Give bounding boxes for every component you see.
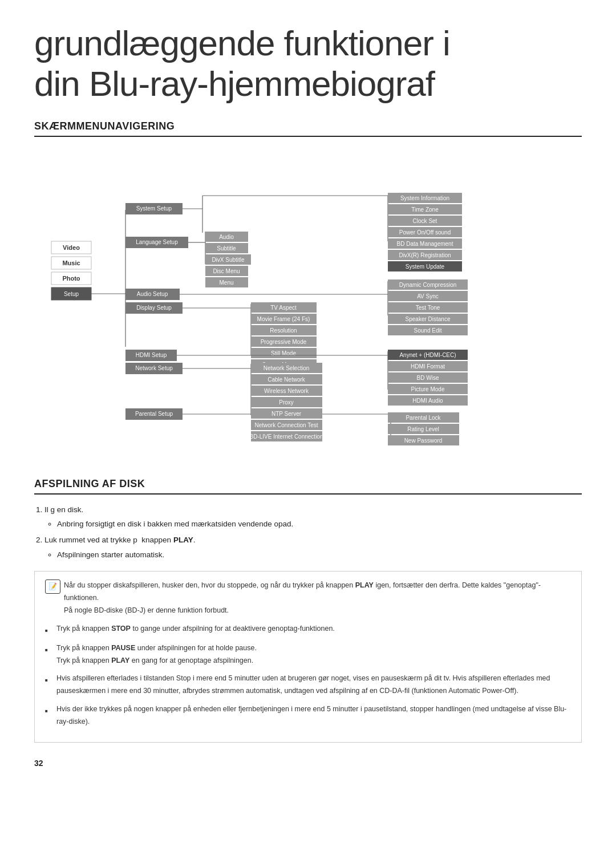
note-bullet-4 — [45, 674, 53, 686]
svg-text:Proxy: Proxy — [279, 399, 294, 406]
section-heading-menu: Skærmmenunavigering — [34, 120, 582, 137]
svg-text:Anynet + (HDMI-CEC): Anynet + (HDMI-CEC) — [399, 352, 456, 358]
step-2-bullet: Afspilningen starter automatisk. — [57, 548, 582, 562]
svg-text:System Update: System Update — [406, 264, 445, 270]
note-text-4: Hvis afspilleren efterlades i tilstanden… — [56, 672, 571, 698]
page-title: grundlæggende funktioner i din Blu-ray-h… — [34, 23, 582, 104]
note-bullet-5 — [45, 704, 53, 717]
svg-text:Display Setup: Display Setup — [136, 305, 172, 311]
note-text-5: Hvis der ikke trykkes på nogen knapper p… — [56, 703, 571, 728]
svg-text:Network Connection Test: Network Connection Test — [255, 422, 318, 428]
svg-text:Disc Menu: Disc Menu — [213, 268, 240, 274]
section-heading-disk: Afspilning af disk — [34, 478, 582, 495]
note-row-2: Tryk på knappen STOP to gange under afsp… — [45, 623, 571, 637]
note-bullet-2 — [45, 624, 53, 637]
svg-text:TV Aspect: TV Aspect — [270, 305, 297, 311]
svg-text:Parental Setup: Parental Setup — [135, 411, 173, 417]
svg-text:Wireless Network: Wireless Network — [264, 388, 309, 394]
svg-text:Network Setup: Network Setup — [135, 365, 173, 371]
svg-text:Parental Lock: Parental Lock — [406, 415, 441, 421]
svg-text:New Password: New Password — [404, 437, 443, 444]
step-1-bullet: Anbring forsigtigt en disk i bakken med … — [57, 517, 582, 532]
svg-text:Setup: Setup — [64, 291, 79, 297]
note-text-1: Når du stopper diskafspilleren, husker d… — [64, 579, 571, 617]
svg-text:Cable Network: Cable Network — [268, 376, 306, 383]
diagram-svg: Video Music Photo Setup System Setup Lan… — [34, 153, 582, 449]
svg-text:Video: Video — [63, 244, 80, 251]
svg-text:Dynamic Compression: Dynamic Compression — [399, 282, 457, 288]
note-text-2: Tryk på knappen STOP to gange under afsp… — [56, 623, 571, 635]
svg-text:Photo: Photo — [62, 275, 80, 282]
step-1: Il g en disk. Anbring forsigtigt en disk… — [44, 502, 582, 532]
svg-text:AV Sync: AV Sync — [417, 293, 439, 299]
section-menu-nav: Skærmmenunavigering Video Music Photo Se… — [34, 120, 582, 457]
svg-text:HDMI Format: HDMI Format — [411, 363, 445, 370]
note-row-4: Hvis afspilleren efterlades i tilstanden… — [45, 672, 571, 698]
svg-text:Audio: Audio — [219, 234, 234, 240]
note-bullet-3 — [45, 643, 53, 656]
svg-text:DivX(R) Registration: DivX(R) Registration — [399, 252, 451, 258]
svg-text:System Setup: System Setup — [136, 205, 172, 212]
svg-text:Movie Frame (24 Fs): Movie Frame (24 Fs) — [257, 316, 310, 322]
note-icon: 📝 — [45, 579, 60, 594]
svg-text:HDMI Audio: HDMI Audio — [412, 398, 443, 404]
disk-steps: Il g en disk. Anbring forsigtigt en disk… — [34, 502, 582, 562]
svg-text:DivX Subtitle: DivX Subtitle — [212, 257, 245, 263]
step-2: Luk rummet ved at trykke p knappen PLAY.… — [44, 533, 582, 562]
svg-text:Progressive Mode: Progressive Mode — [261, 339, 307, 345]
note-text-3: Tryk på knappen PAUSE under afspilningen… — [56, 642, 571, 667]
note-box: 📝 Når du stopper diskafspilleren, husker… — [34, 571, 582, 743]
note-row-5: Hvis der ikke trykkes på nogen knapper p… — [45, 703, 571, 728]
note-row-3: Tryk på knappen PAUSE under afspilningen… — [45, 642, 571, 667]
section-disk: Afspilning af disk Il g en disk. Anbring… — [34, 478, 582, 743]
svg-text:NTP Server: NTP Server — [271, 411, 302, 417]
note-icon-row: 📝 Når du stopper diskafspilleren, husker… — [45, 579, 571, 617]
svg-text:Speaker Distance: Speaker Distance — [406, 316, 451, 322]
svg-text:BD-LIVE Internet Connection: BD-LIVE Internet Connection — [250, 433, 323, 440]
page-number: 32 — [34, 759, 582, 768]
menu-diagram: Video Music Photo Setup System Setup Lan… — [34, 147, 582, 457]
svg-text:Time Zone: Time Zone — [411, 206, 439, 213]
svg-text:HDMI Setup: HDMI Setup — [136, 352, 167, 358]
svg-text:Sound Edit: Sound Edit — [414, 327, 442, 334]
svg-text:Power On/Off sound: Power On/Off sound — [399, 229, 451, 236]
svg-text:Rating Level: Rating Level — [407, 426, 439, 432]
svg-text:Subtitle: Subtitle — [217, 245, 236, 252]
svg-text:Language Setup: Language Setup — [136, 239, 178, 245]
svg-text:Picture Mode: Picture Mode — [411, 386, 445, 392]
svg-text:Clock Set: Clock Set — [413, 218, 437, 224]
svg-text:Audio Setup: Audio Setup — [137, 291, 168, 297]
svg-text:BD Wise: BD Wise — [417, 375, 439, 381]
svg-text:Resolution: Resolution — [270, 327, 297, 334]
svg-text:Network Selection: Network Selection — [264, 365, 310, 371]
svg-text:Music: Music — [62, 260, 80, 266]
svg-text:System Information: System Information — [400, 195, 449, 201]
svg-text:Menu: Menu — [219, 279, 233, 286]
svg-text:BD Data Management: BD Data Management — [397, 241, 453, 247]
svg-text:Test Tone: Test Tone — [416, 305, 440, 311]
